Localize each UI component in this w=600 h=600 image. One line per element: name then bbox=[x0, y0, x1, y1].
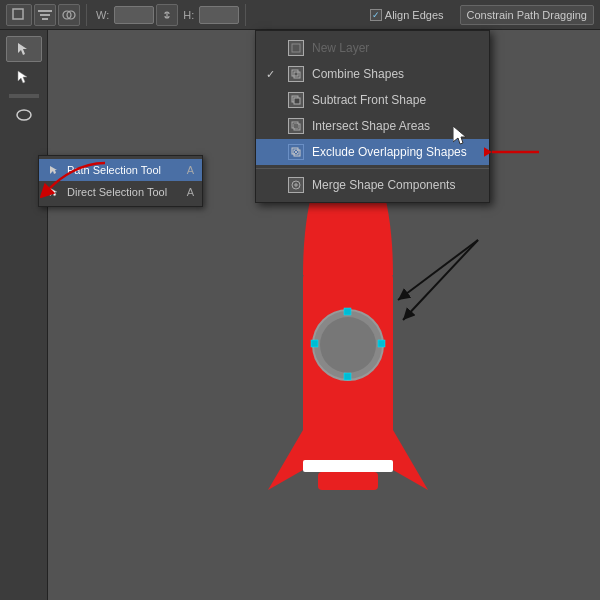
shape-operations-dropdown: New Layer ✓ Combine Shapes Subtract Fron… bbox=[255, 30, 490, 203]
link-dimensions-btn[interactable] bbox=[156, 4, 178, 26]
svg-point-9 bbox=[17, 110, 31, 120]
menu-check-subtract bbox=[266, 94, 280, 106]
menu-label-combine: Combine Shapes bbox=[312, 67, 404, 81]
menu-item-merge[interactable]: Merge Shape Components bbox=[256, 172, 489, 198]
menu-check-new bbox=[266, 42, 280, 54]
w-label: W: bbox=[93, 9, 112, 21]
red-arrow-tool-popup bbox=[40, 158, 110, 201]
menu-icon-intersect bbox=[288, 118, 304, 134]
constrain-label: Constrain Path Dragging bbox=[467, 9, 587, 21]
left-tool-panel bbox=[0, 30, 48, 600]
align-btn[interactable] bbox=[34, 4, 56, 26]
svg-rect-1 bbox=[38, 10, 52, 12]
menu-icon-merge bbox=[288, 177, 304, 193]
menu-separator bbox=[256, 168, 489, 169]
menu-label-intersect: Intersect Shape Areas bbox=[312, 119, 430, 133]
svg-rect-26 bbox=[294, 72, 300, 78]
svg-rect-24 bbox=[292, 44, 300, 52]
svg-rect-16 bbox=[311, 340, 318, 347]
svg-rect-0 bbox=[13, 9, 23, 19]
menu-check-exclude bbox=[266, 146, 280, 158]
menu-item-intersect[interactable]: Intersect Shape Areas bbox=[256, 113, 489, 139]
menu-arrow-right bbox=[484, 142, 544, 162]
h-label: H: bbox=[180, 9, 197, 21]
svg-marker-7 bbox=[18, 43, 27, 55]
width-input[interactable] bbox=[114, 6, 154, 24]
move-tool-btn[interactable] bbox=[6, 36, 42, 62]
menu-item-new-layer[interactable]: New Layer bbox=[256, 35, 489, 61]
menu-icon-combine bbox=[288, 66, 304, 82]
constrain-path-btn[interactable]: Constrain Path Dragging bbox=[460, 5, 594, 25]
menu-check-combine: ✓ bbox=[266, 68, 280, 81]
svg-marker-8 bbox=[18, 71, 27, 83]
svg-rect-20 bbox=[303, 460, 393, 472]
menu-label-new-layer: New Layer bbox=[312, 41, 369, 55]
menu-item-exclude[interactable]: Exclude Overlapping Shapes bbox=[256, 139, 489, 165]
align-edges-checkbox[interactable]: ✓ bbox=[370, 9, 382, 21]
menu-check-merge bbox=[266, 179, 280, 191]
path-selection-shortcut: A bbox=[187, 164, 194, 176]
direct-selection-shortcut: A bbox=[187, 186, 194, 198]
direct-select-btn[interactable] bbox=[6, 64, 42, 90]
annotation-arrows-svg bbox=[338, 230, 518, 380]
dimensions-group: W: H: bbox=[93, 4, 246, 26]
menu-icon-new bbox=[288, 40, 304, 56]
svg-rect-25 bbox=[292, 70, 298, 76]
ellipse-tool-btn[interactable] bbox=[6, 102, 42, 128]
menu-icon-subtract bbox=[288, 92, 304, 108]
main-toolbar: W: H: ✓ Align Edges Constrain Path Dragg… bbox=[0, 0, 600, 30]
menu-label-exclude: Exclude Overlapping Shapes bbox=[312, 145, 467, 159]
svg-rect-3 bbox=[42, 18, 48, 20]
svg-rect-31 bbox=[294, 124, 298, 128]
svg-rect-21 bbox=[318, 472, 378, 490]
svg-rect-2 bbox=[40, 14, 50, 16]
shape-dropdown-btn[interactable] bbox=[6, 4, 32, 26]
path-ops-btn[interactable] bbox=[58, 4, 80, 26]
align-edges-control[interactable]: ✓ Align Edges bbox=[370, 9, 444, 21]
height-input[interactable] bbox=[199, 6, 239, 24]
svg-rect-28 bbox=[294, 98, 300, 104]
menu-item-combine[interactable]: ✓ Combine Shapes bbox=[256, 61, 489, 87]
menu-icon-exclude bbox=[288, 144, 304, 160]
menu-item-subtract[interactable]: Subtract Front Shape bbox=[256, 87, 489, 113]
align-edges-label: Align Edges bbox=[385, 9, 444, 21]
menu-label-subtract: Subtract Front Shape bbox=[312, 93, 426, 107]
menu-label-merge: Merge Shape Components bbox=[312, 178, 455, 192]
shape-mode-group bbox=[6, 4, 87, 26]
menu-check-intersect bbox=[266, 120, 280, 132]
